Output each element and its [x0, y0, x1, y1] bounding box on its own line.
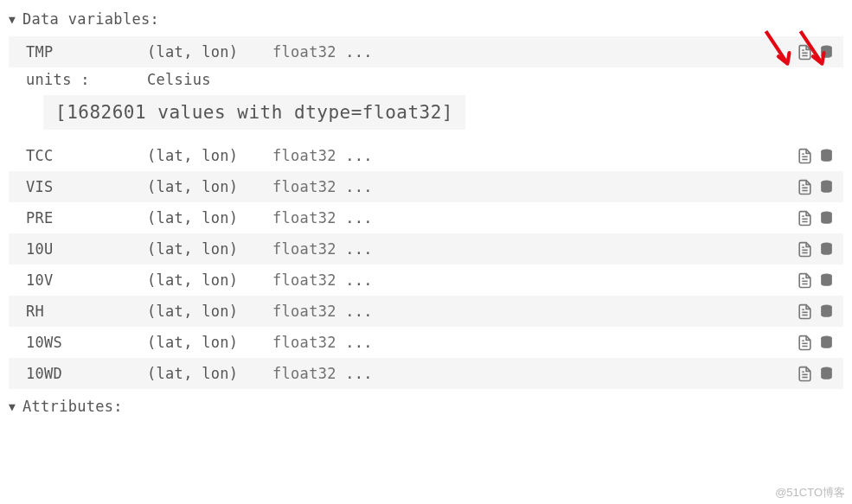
database-icon[interactable]: [818, 179, 835, 195]
triangle-down-icon: ▼: [9, 400, 21, 413]
variable-name: 10WD: [26, 365, 147, 382]
database-icon[interactable]: [818, 303, 835, 320]
variable-row: TCC(lat, lon)float32 ...: [9, 140, 843, 171]
variable-name: 10V: [26, 271, 147, 289]
file-text-icon[interactable]: [797, 303, 813, 320]
annotation-arrow: [795, 28, 831, 73]
variable-row: RH(lat, lon)float32 ...: [9, 296, 843, 327]
variable-row: 10U(lat, lon)float32 ...: [9, 233, 843, 265]
database-icon[interactable]: [818, 366, 835, 382]
attr-value: Celsius: [147, 71, 211, 88]
variable-dtype: float32: [272, 240, 336, 258]
variable-name: TCC: [26, 147, 147, 164]
file-text-icon[interactable]: [797, 335, 813, 351]
variable-row: 10V(lat, lon)float32 ...: [9, 265, 843, 296]
variable-dims: (lat, lon): [147, 43, 272, 61]
variable-dtype: float32: [272, 147, 336, 164]
database-icon[interactable]: [818, 272, 835, 289]
variable-preview-dots: ...: [336, 271, 373, 289]
database-icon[interactable]: [818, 241, 835, 258]
file-text-icon[interactable]: [797, 148, 813, 164]
variable-dims: (lat, lon): [147, 365, 272, 382]
section-toggle-data-variables[interactable]: ▼ Data variables:: [9, 7, 843, 31]
variable-dims: (lat, lon): [147, 334, 272, 351]
variable-preview-dots: ...: [336, 365, 373, 382]
variable-row: 10WD(lat, lon)float32 ...: [9, 358, 843, 389]
variable-dtype: float32: [272, 209, 336, 226]
attr-key: units :: [26, 71, 147, 88]
variable-dims: (lat, lon): [147, 147, 272, 164]
database-icon[interactable]: [818, 148, 835, 164]
database-icon[interactable]: [818, 335, 835, 351]
variable-name: VIS: [26, 178, 147, 195]
file-text-icon[interactable]: [797, 366, 813, 382]
variable-name: TMP: [26, 43, 147, 61]
section-label: Data variables:: [22, 10, 159, 28]
file-text-icon[interactable]: [797, 272, 813, 289]
variable-preview-dots: ...: [336, 178, 373, 195]
file-text-icon[interactable]: [797, 210, 813, 226]
variable-preview-dots: ...: [336, 209, 373, 226]
variable-name: RH: [26, 303, 147, 320]
data-variables-list: TMP(lat, lon)float32 ...units :Celsius[1…: [9, 36, 843, 389]
variable-dims: (lat, lon): [147, 209, 272, 226]
section-label: Attributes:: [22, 398, 123, 415]
variable-name: 10U: [26, 240, 147, 258]
variable-dims: (lat, lon): [147, 303, 272, 320]
variable-dtype: float32: [272, 303, 336, 320]
variable-row: 10WS(lat, lon)float32 ...: [9, 327, 843, 358]
variable-name: 10WS: [26, 334, 147, 351]
variable-name: PRE: [26, 209, 147, 226]
variable-preview-dots: ...: [336, 240, 373, 258]
variable-preview-dots: ...: [336, 303, 373, 320]
variable-dtype: float32: [272, 334, 336, 351]
variable-expanded-details: units :Celsius[1682601 values with dtype…: [9, 67, 843, 140]
variable-row: PRE(lat, lon)float32 ...: [9, 202, 843, 233]
variable-preview-dots: ...: [336, 334, 373, 351]
data-repr: [1682601 values with dtype=float32]: [43, 95, 465, 130]
variable-dtype: float32: [272, 178, 336, 195]
variable-dtype: float32: [272, 43, 336, 61]
file-text-icon[interactable]: [797, 179, 813, 195]
variable-dims: (lat, lon): [147, 271, 272, 289]
variable-row: VIS(lat, lon)float32 ...: [9, 171, 843, 202]
variable-preview-dots: ...: [336, 147, 373, 164]
triangle-down-icon: ▼: [9, 13, 21, 26]
section-toggle-attributes[interactable]: ▼ Attributes:: [9, 394, 843, 418]
variable-row: TMP(lat, lon)float32 ...: [9, 36, 843, 67]
file-text-icon[interactable]: [797, 241, 813, 258]
annotation-arrow: [760, 28, 797, 73]
variable-preview-dots: ...: [336, 43, 373, 61]
variable-dims: (lat, lon): [147, 240, 272, 258]
variable-dtype: float32: [272, 365, 336, 382]
variable-dims: (lat, lon): [147, 178, 272, 195]
database-icon[interactable]: [818, 210, 835, 226]
variable-dtype: float32: [272, 271, 336, 289]
